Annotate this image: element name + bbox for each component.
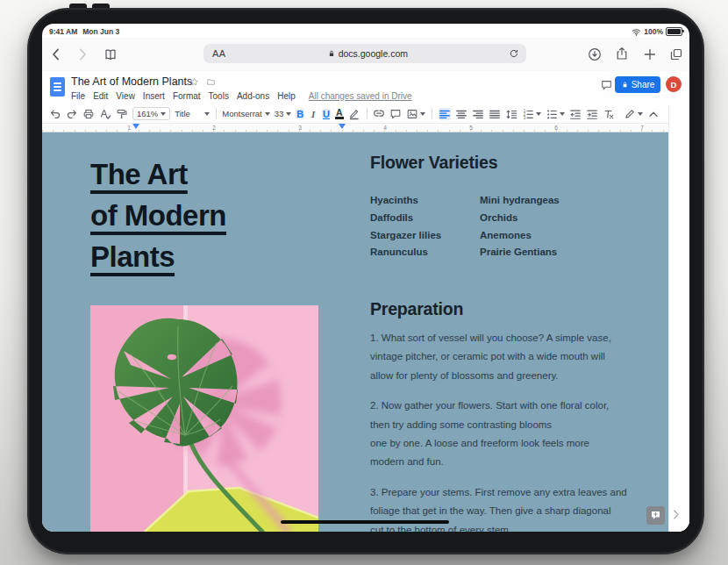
date: Mon Jun 3 [82,27,119,36]
preparation-paragraphs[interactable]: 1. What sort of vessel will you choose? … [370,329,633,532]
save-status-link[interactable]: All changes saved in Drive [309,91,412,101]
menu-bar: File Edit View Insert Format Tools Add-o… [71,91,412,101]
monstera-photo[interactable] [90,305,318,532]
increase-indent-button[interactable] [586,108,598,120]
desktop-background: 9:41 AM Mon Jun 3 100% AA [0,0,728,565]
font-size-select[interactable]: 33 [275,109,292,118]
insert-link-button[interactable] [373,108,385,120]
editing-mode-button[interactable] [624,108,643,120]
divider [216,108,217,119]
numbered-list-button[interactable] [522,108,541,120]
bulleted-list-button[interactable] [546,108,565,120]
decrease-indent-button[interactable] [569,108,582,120]
flower-list-column-2[interactable]: Mini hydrangeas Orchids Anemones Prairie… [480,192,560,261]
clock: 9:41 AM [49,27,77,36]
new-tab-button[interactable] [643,47,657,61]
paragraph-2[interactable]: 2. Now gather your flowers. Start with o… [370,397,633,472]
document-title[interactable]: The Art of Modern Plants [71,75,192,88]
google-docs-icon[interactable] [50,77,65,97]
insert-image-button[interactable] [406,108,425,120]
add-comment-floating-button[interactable] [646,506,665,525]
align-center-button[interactable] [455,108,467,120]
menu-file[interactable]: File [71,91,85,101]
text-size-button[interactable]: AA [212,48,226,59]
menu-tools[interactable]: Tools [209,91,229,101]
bookmarks-sidebar-icon[interactable] [103,47,118,61]
italic-button[interactable]: I [309,109,318,119]
print-button[interactable] [82,108,95,120]
battery-icon [666,27,682,36]
highlight-color-button[interactable] [348,108,360,120]
paint-format-button[interactable] [116,108,128,120]
paragraph-1[interactable]: 1. What sort of vessel will you choose? … [370,329,633,385]
collapse-toolbar-button[interactable] [647,108,660,120]
comment-history-icon[interactable] [600,79,613,91]
divider [432,108,432,119]
forward-button[interactable] [75,47,89,61]
share-button[interactable]: Share [615,76,660,93]
undo-button[interactable] [49,108,61,120]
share-lock-icon [621,81,629,89]
move-folder-icon[interactable] [206,77,216,87]
clear-formatting-button[interactable] [603,108,615,120]
back-button[interactable] [49,47,63,61]
workspace-side-panel [668,104,689,532]
indent-marker[interactable] [339,124,346,129]
ruler: 1 2 3 4 5 6 7 [42,123,668,132]
menu-addons[interactable]: Add-ons [237,91,269,101]
redo-button[interactable] [66,108,78,120]
insert-comment-button[interactable] [389,108,402,120]
align-right-button[interactable] [472,108,484,120]
tab-overview-button[interactable] [669,47,683,61]
lock-icon [327,49,336,58]
share-sheet-button[interactable] [615,46,629,61]
indent-marker[interactable] [132,124,139,129]
line-spacing-button[interactable] [505,108,517,120]
battery-percent: 100% [644,27,663,36]
account-avatar[interactable]: D [666,76,682,92]
url-text: docs.google.com [339,48,408,59]
flower-varieties-heading[interactable]: Flower Varieties [370,153,497,173]
align-justify-button[interactable] [489,108,501,120]
ipad-screen: 9:41 AM Mon Jun 3 100% AA [42,24,689,532]
preparation-heading[interactable]: Preparation [370,299,463,319]
paragraph-3[interactable]: 3. Prepare your stems. First remove any … [370,483,633,532]
ipad-device-frame: 9:41 AM Mon Jun 3 100% AA [27,8,704,554]
downloads-button[interactable] [588,47,602,61]
document-heading[interactable]: The Art of Modern Plants [90,154,226,277]
comment-plus-icon [650,510,661,521]
bold-button[interactable]: B [296,109,304,119]
formatting-toolbar: 161% Title Montserrat 33 B I U A [42,104,668,123]
menu-format[interactable]: Format [173,91,201,101]
menu-help[interactable]: Help [277,91,296,101]
flower-list-column-1[interactable]: Hyacinths Daffodils Stargazer lilies Ran… [370,192,441,261]
font-select[interactable]: Montserrat [222,109,269,118]
monstera-photo-graphic [90,305,318,532]
menu-edit[interactable]: Edit [93,91,108,101]
star-icon[interactable] [189,77,199,87]
underline-button[interactable]: U [322,109,331,119]
menu-view[interactable]: View [116,91,135,101]
wifi-icon [632,27,641,37]
menu-insert[interactable]: Insert [143,91,165,101]
zoom-select[interactable]: 161% [132,107,170,120]
address-bar[interactable]: AA docs.google.com [203,44,526,63]
divider [367,108,368,119]
document-canvas[interactable]: The Art of Modern Plants Flower Varietie… [42,132,668,532]
status-bar: 9:41 AM Mon Jun 3 100% [49,25,682,38]
text-color-button[interactable]: A [335,108,344,119]
safari-toolbar: AA docs.google.com [42,38,689,72]
docs-header: The Art of Modern Plants File Edit View … [42,71,689,104]
reload-button[interactable] [509,48,519,59]
home-indicator[interactable] [281,520,449,524]
expand-panel-chevron-icon[interactable] [670,509,682,520]
paragraph-style-select[interactable]: Title [175,109,209,118]
spellcheck-button[interactable] [99,108,111,120]
align-left-button[interactable] [439,108,451,120]
